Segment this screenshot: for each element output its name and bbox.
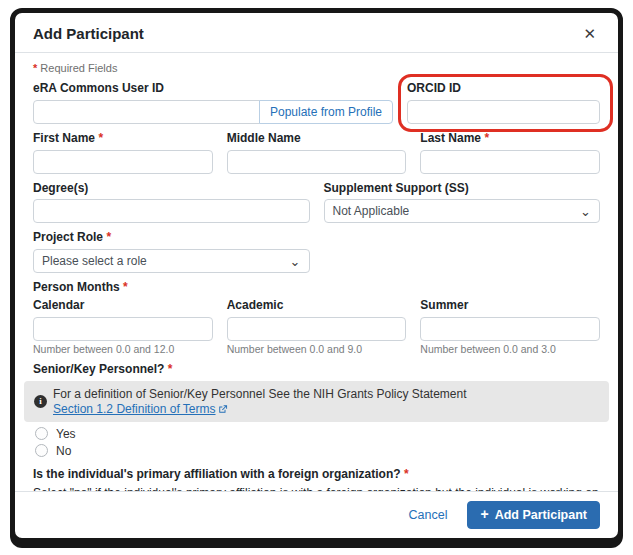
add-participant-dialog: Add Participant ✕ * Required Fields eRA … (10, 8, 623, 543)
dialog-footer: Cancel + Add Participant (15, 491, 618, 538)
person-months-label: Person Months * (33, 281, 600, 295)
calendar-hint: Number between 0.0 and 12.0 (33, 344, 213, 356)
first-name-input[interactable] (33, 150, 213, 174)
radio-label: Yes (56, 427, 76, 441)
cancel-button[interactable]: Cancel (409, 508, 448, 522)
page-background: Add Participant ✕ * Required Fields eRA … (0, 0, 633, 555)
senior-key-info-text: For a definition of Senior/Key Personnel… (53, 387, 599, 416)
academic-hint: Number between 0.0 and 9.0 (227, 344, 407, 356)
required-asterisk: * (404, 467, 409, 481)
supplement-support-value: Not Applicable (333, 204, 410, 218)
senior-key-info-banner: i For a definition of Senior/Key Personn… (24, 381, 609, 422)
first-name-label: First Name * (33, 132, 213, 146)
required-asterisk: * (484, 131, 489, 145)
orcid-input[interactable] (407, 100, 600, 124)
info-icon: i (34, 395, 47, 408)
chevron-down-icon: ⌄ (290, 257, 301, 266)
last-name-input[interactable] (420, 150, 600, 174)
required-fields-note: * Required Fields (33, 62, 600, 74)
dialog-body: * Required Fields eRA Commons User ID Po… (15, 53, 618, 491)
academic-label: Academic (227, 299, 407, 313)
add-participant-button-label: Add Participant (495, 508, 587, 522)
foreign-affiliation-label: Is the individual's primary affiliation … (33, 468, 600, 482)
era-commons-input[interactable] (33, 100, 260, 124)
dialog-title: Add Participant (33, 25, 144, 42)
chevron-down-icon: ⌄ (580, 207, 591, 216)
supplement-support-select[interactable]: Not Applicable ⌄ (324, 199, 601, 223)
last-name-label: Last Name * (420, 132, 600, 146)
supplement-support-label: Supplement Support (SS) (324, 182, 601, 196)
close-icon[interactable]: ✕ (579, 24, 600, 43)
orcid-label: ORCID ID (407, 82, 600, 96)
populate-from-profile-button[interactable]: Populate from Profile (259, 100, 393, 124)
calendar-months-input[interactable] (33, 317, 213, 341)
required-asterisk: * (168, 362, 173, 376)
required-note-text: Required Fields (40, 62, 117, 74)
external-link-icon (218, 404, 228, 414)
radio-button-icon[interactable] (35, 444, 48, 457)
degrees-input[interactable] (33, 199, 310, 223)
middle-name-label: Middle Name (227, 132, 407, 146)
definition-of-terms-link[interactable]: Section 1.2 Definition of Terms (53, 402, 228, 416)
dialog-header: Add Participant ✕ (15, 13, 618, 53)
add-participant-button[interactable]: + Add Participant (467, 501, 600, 529)
degrees-label: Degree(s) (33, 182, 310, 196)
senior-key-no-option[interactable]: No (35, 444, 600, 458)
required-asterisk: * (98, 131, 103, 145)
required-asterisk: * (33, 62, 37, 74)
radio-label: No (56, 444, 71, 458)
summer-hint: Number between 0.0 and 3.0 (420, 344, 600, 356)
senior-key-personnel-label: Senior/Key Personnel? * (33, 363, 600, 377)
radio-button-icon[interactable] (35, 427, 48, 440)
era-commons-label: eRA Commons User ID (33, 82, 393, 96)
required-asterisk: * (106, 230, 111, 244)
summer-label: Summer (420, 299, 600, 313)
project-role-value: Please select a role (42, 254, 147, 268)
project-role-select[interactable]: Please select a role ⌄ (33, 249, 310, 273)
middle-name-input[interactable] (227, 150, 407, 174)
calendar-label: Calendar (33, 299, 213, 313)
project-role-label: Project Role * (33, 231, 600, 245)
plus-icon: + (480, 509, 488, 520)
required-asterisk: * (123, 280, 128, 294)
academic-months-input[interactable] (227, 317, 407, 341)
summer-months-input[interactable] (420, 317, 600, 341)
senior-key-yes-option[interactable]: Yes (35, 427, 600, 441)
